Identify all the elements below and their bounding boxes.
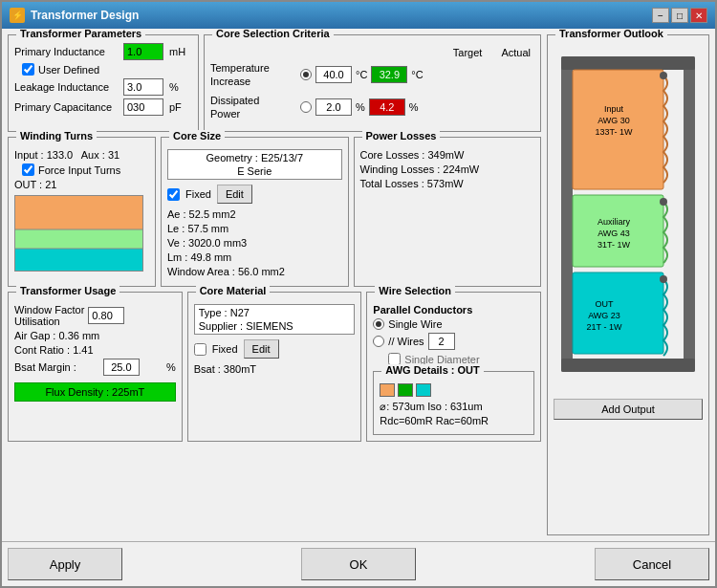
ok-button[interactable]: OK <box>301 548 416 580</box>
primary-inductance-input[interactable] <box>123 43 163 60</box>
svg-text:21T - 1W: 21T - 1W <box>587 322 622 332</box>
core-geometry-text: Geometry : E25/13/7E Serie <box>206 151 304 179</box>
svg-rect-0 <box>15 196 143 229</box>
core-size-group: Core Size Geometry : E25/13/7E Serie Fix… <box>161 137 349 287</box>
svg-point-15 <box>660 198 667 206</box>
diss-actual-input[interactable] <box>369 98 405 116</box>
parallel-cond-title: Parallel Conductors <box>373 304 534 316</box>
temp-actual-input[interactable] <box>371 66 407 83</box>
awg-details-group: AWG Details : OUT ⌀: 573um Iso : 631um R… <box>373 371 534 435</box>
target-header: Target <box>453 47 483 58</box>
maximize-button[interactable]: □ <box>671 8 688 23</box>
transformer-usage-group: Transformer Usage Window FactorUtilisati… <box>8 292 183 442</box>
material-type-supplier: Type : N27Supplier : SIEMENS <box>199 306 293 334</box>
diss-radio[interactable] <box>300 101 312 113</box>
temp-increase-row: TemperatureIncrease °C °C <box>210 61 534 89</box>
power-losses-title: Power Losses <box>362 130 441 142</box>
core-fixed-row: Fixed Edit <box>167 185 342 204</box>
window-factor-input[interactable] <box>88 307 124 324</box>
core-edit-button[interactable]: Edit <box>217 185 252 204</box>
bottom-bar: Apply OK Cancel <box>2 541 715 586</box>
bsat-margin-input[interactable] <box>103 359 140 376</box>
primary-inductance-unit: mH <box>169 46 185 57</box>
svg-rect-2 <box>15 249 143 272</box>
user-defined-checkbox[interactable] <box>22 63 34 76</box>
add-output-button[interactable]: Add Output <box>554 399 703 420</box>
temp-target-input[interactable] <box>315 66 352 83</box>
cancel-button[interactable]: Cancel <box>595 548 709 580</box>
svg-text:OUT: OUT <box>596 299 615 309</box>
aux-label: Aux : <box>81 149 105 161</box>
core-ve: Ve : 3020.0 mm3 <box>167 237 342 249</box>
diss-target-unit: % <box>356 101 365 113</box>
usage-inner: Window FactorUtilisation Air Gap : 0.36 … <box>14 296 176 402</box>
svg-rect-7 <box>561 56 695 70</box>
core-geometry-display: Geometry : E25/13/7E Serie <box>167 149 342 180</box>
wires-count-input[interactable] <box>428 333 455 350</box>
temp-target-unit: °C <box>356 69 367 80</box>
leakage-inductance-unit: % <box>169 81 179 93</box>
material-edit-button[interactable]: Edit <box>244 339 279 359</box>
leakage-inductance-row: Leakage Inductance % <box>14 78 192 96</box>
app-icon: ⚡ <box>10 8 25 23</box>
winding-turns-title: Winding Turns <box>16 130 97 142</box>
transformer-svg: Input AWG 30 133T- 1W Auxiliary AWG 43 3… <box>556 47 700 391</box>
cont-ratio-row: Cont Ratio : 1.41 <box>14 344 176 356</box>
window-controls: − □ ✕ <box>652 8 707 23</box>
svg-text:Input: Input <box>604 104 624 114</box>
user-defined-label: User Defined <box>38 64 99 76</box>
diss-target-input[interactable] <box>315 98 352 116</box>
svg-point-20 <box>660 275 667 283</box>
leakage-inductance-input[interactable] <box>123 78 163 96</box>
material-fixed-checkbox[interactable] <box>194 343 206 356</box>
force-input-checkbox[interactable] <box>22 163 34 176</box>
right-panel: Transformer Outlook <box>547 34 709 535</box>
bsat-label: Bsat : 380mT <box>194 363 356 375</box>
cont-ratio-label: Cont Ratio : 1.41 <box>14 344 94 356</box>
svg-text:AWG 23: AWG 23 <box>588 311 620 320</box>
awg-color-orange <box>380 383 395 397</box>
diss-power-label: DissipatedPower <box>210 94 296 121</box>
material-fixed-label: Fixed <box>212 343 238 355</box>
awg-detail2: Rdc=60mR Rac=60mR <box>380 415 528 426</box>
force-input-label: Force Input Turns <box>38 164 120 176</box>
single-wire-radio[interactable] <box>373 318 384 330</box>
core-le: Le : 57.5 mm <box>167 223 342 234</box>
core-selection-inner: Target Actual TemperatureIncrease °C °C <box>210 39 534 120</box>
apply-button[interactable]: Apply <box>8 548 122 580</box>
single-wire-row: Single Wire <box>373 318 534 330</box>
flux-density-button[interactable]: Flux Density : 225mT <box>14 382 176 402</box>
core-size-title: Core Size <box>169 130 225 142</box>
temp-increase-label: TemperatureIncrease <box>210 61 296 89</box>
temp-radio[interactable] <box>300 69 312 80</box>
awg-inner: ⌀: 573um Iso : 631um Rdc=60mR Rac=60mR <box>380 376 528 426</box>
svg-point-10 <box>660 72 667 79</box>
bottom-section: Transformer Usage Window FactorUtilisati… <box>8 292 541 442</box>
window-title: Transformer Design <box>31 9 139 22</box>
core-losses: Core Losses : 349mW <box>360 149 535 161</box>
core-size-inner: Geometry : E25/13/7E Serie Fixed Edit Ae… <box>167 142 342 277</box>
close-button[interactable]: ✕ <box>690 8 707 23</box>
diss-actual-unit: % <box>409 101 419 113</box>
core-selection-group: Core Selection Criteria Target Actual Te… <box>204 34 541 132</box>
total-losses: Total Losses : 573mW <box>360 178 535 189</box>
winding-turns-group: Winding Turns Input : 133.0 Aux : 31 For… <box>8 137 156 287</box>
input-value: 133.0 <box>47 149 74 161</box>
single-wire-label: Single Wire <box>388 318 442 330</box>
core-lm: Lm : 49.8 mm <box>167 251 342 263</box>
air-gap-row: Air Gap : 0.36 mm <box>14 330 176 341</box>
bsat-margin-unit: % <box>166 361 176 373</box>
parallel-wires-radio[interactable] <box>373 336 384 347</box>
wires-row: // Wires <box>373 333 534 350</box>
single-diameter-label: Single Diameter <box>404 354 479 365</box>
core-fixed-checkbox[interactable] <box>167 188 180 201</box>
core-material-group: Core Material Type : N27Supplier : SIEME… <box>187 292 362 442</box>
actual-header: Actual <box>501 47 531 58</box>
awg-color-row <box>380 383 528 397</box>
core-selection-title: Core Selection Criteria <box>212 29 334 39</box>
temp-actual-unit: °C <box>411 69 423 80</box>
primary-capacitance-input[interactable] <box>123 98 163 116</box>
title-bar: ⚡ Transformer Design − □ ✕ <box>2 2 715 29</box>
minimize-button[interactable]: − <box>652 8 669 23</box>
transformer-usage-title: Transformer Usage <box>16 285 120 296</box>
